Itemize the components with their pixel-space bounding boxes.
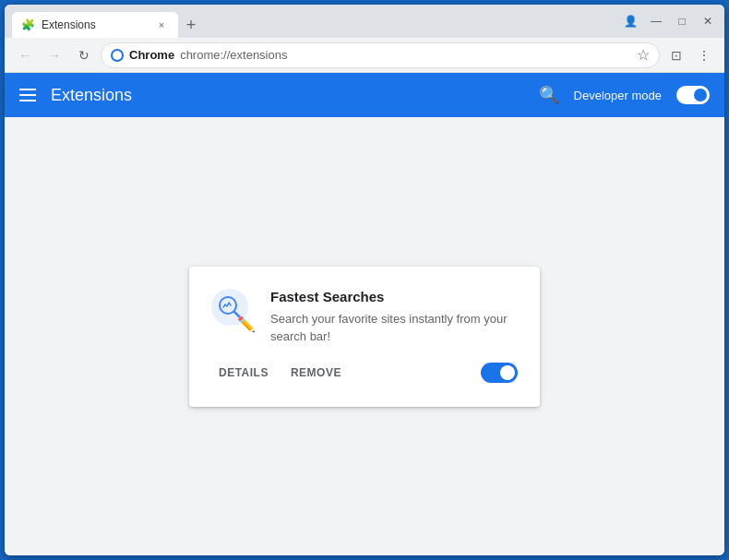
tab-label: Extensions bbox=[42, 18, 96, 31]
search-button[interactable]: 🔍 bbox=[539, 85, 559, 105]
extension-info: Fastest Searches Search your favorite si… bbox=[270, 289, 518, 346]
svg-point-0 bbox=[113, 51, 122, 60]
window-controls: 👤 — □ ✕ bbox=[621, 12, 717, 30]
reload-button[interactable]: ↻ bbox=[71, 42, 97, 68]
close-button[interactable]: ✕ bbox=[699, 12, 717, 30]
extension-card: ✏️ Fastest Searches Search your favorite… bbox=[189, 267, 540, 407]
active-tab[interactable]: 🧩 Extensions × bbox=[12, 12, 178, 38]
pencil-icon: ✏️ bbox=[237, 316, 256, 333]
omnibox-url: chrome://extensions bbox=[180, 48, 287, 62]
profile-button[interactable]: 👤 bbox=[621, 12, 639, 30]
address-bar: ← → ↻ Chrome chrome://extensions ☆ ⊡ ⋮ bbox=[5, 38, 724, 73]
bookmark-icon[interactable]: ☆ bbox=[637, 46, 650, 64]
maximize-button[interactable]: □ bbox=[673, 12, 691, 30]
tab-area: 🧩 Extensions × + bbox=[12, 5, 621, 38]
hamburger-menu-button[interactable] bbox=[19, 89, 36, 101]
menu-button[interactable]: ⋮ bbox=[691, 42, 717, 68]
extension-card-actions: DETAILS REMOVE bbox=[211, 361, 518, 385]
back-button[interactable]: ← bbox=[12, 42, 38, 68]
extension-description: Search your favorite sites instantly fro… bbox=[270, 310, 518, 346]
hamburger-line-3 bbox=[19, 100, 36, 101]
tab-close-button[interactable]: × bbox=[154, 18, 169, 32]
hamburger-line-2 bbox=[19, 94, 36, 96]
forward-button[interactable]: → bbox=[42, 42, 67, 68]
extension-enable-toggle[interactable] bbox=[481, 363, 518, 383]
title-bar: 🧩 Extensions × + 👤 — □ ✕ bbox=[5, 5, 724, 38]
main-content: 🔍 RISK.COM bbox=[5, 117, 724, 555]
extension-icon-container: ✏️ bbox=[211, 289, 256, 333]
address-bar-actions: ⊡ ⋮ bbox=[663, 42, 717, 68]
remove-button[interactable]: REMOVE bbox=[283, 361, 349, 385]
header-right: 🔍 Developer mode bbox=[539, 85, 710, 105]
new-tab-button[interactable]: + bbox=[178, 12, 204, 38]
omnibox-favicon bbox=[111, 49, 124, 62]
omnibox-origin: Chrome bbox=[129, 48, 174, 62]
extensions-header: Extensions 🔍 Developer mode bbox=[5, 73, 724, 117]
details-button[interactable]: DETAILS bbox=[211, 361, 276, 385]
browser-window: 🧩 Extensions × + 👤 — □ ✕ ← → ↻ Chrome ch… bbox=[5, 5, 724, 555]
developer-mode-toggle[interactable] bbox=[676, 86, 710, 104]
extension-name: Fastest Searches bbox=[270, 289, 518, 304]
cast-button[interactable]: ⊡ bbox=[663, 42, 689, 68]
minimize-button[interactable]: — bbox=[647, 12, 665, 30]
chrome-logo-icon bbox=[113, 51, 122, 60]
extension-card-header: ✏️ Fastest Searches Search your favorite… bbox=[211, 289, 518, 346]
developer-mode-label: Developer mode bbox=[574, 89, 662, 102]
hamburger-line-1 bbox=[19, 89, 36, 90]
omnibox[interactable]: Chrome chrome://extensions ☆ bbox=[101, 42, 660, 68]
tab-favicon: 🧩 bbox=[21, 18, 34, 31]
page-title: Extensions bbox=[51, 86, 132, 105]
